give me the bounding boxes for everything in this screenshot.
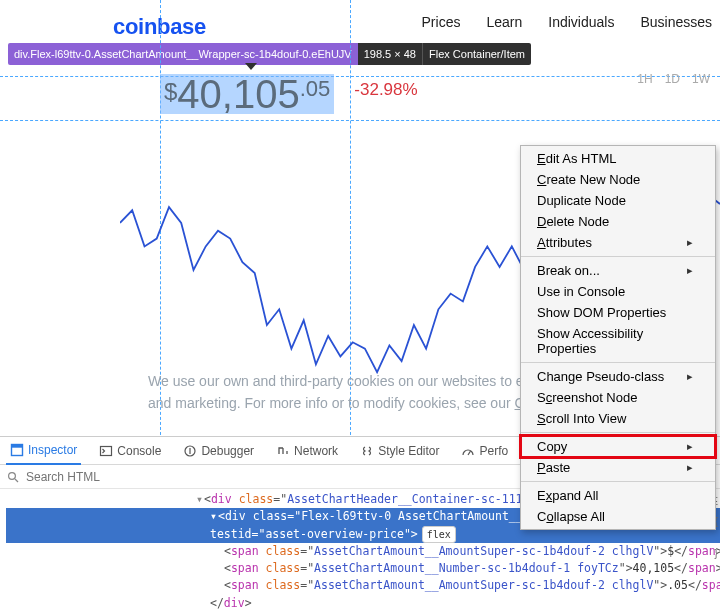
tab-inspector-label: Inspector [28,443,77,457]
highlight-guide-bottom [0,120,720,121]
tab-style-editor[interactable]: Style Editor [356,437,443,465]
svg-rect-4 [190,448,191,454]
console-icon [99,444,113,458]
context-menu-item[interactable]: Show Accessibility Properties [521,323,715,359]
asset-price-row: $ 40,105 . 05 -32.98% [160,74,418,114]
tree-row-close-div[interactable]: </div> [6,595,720,612]
nav-individuals[interactable]: Individuals [548,14,614,30]
context-menu-item[interactable]: Scroll Into View [521,408,715,429]
tab-1d[interactable]: 1D [665,72,680,86]
context-menu-separator [521,362,715,363]
asset-price: $ 40,105 . 05 [160,74,334,114]
nav-businesses[interactable]: Businesses [640,14,712,30]
tab-network[interactable]: Network [272,437,342,465]
search-html-input[interactable] [26,470,226,484]
tooltip-selector: div.Flex-l69ttv-0.AssetChartAmount__Wrap… [8,43,358,65]
context-menu-item[interactable]: Show DOM Properties [521,302,715,323]
tab-performance[interactable]: Perfo [457,437,512,465]
cookie-line2a: and marketing. For more info or to modif… [148,395,515,411]
price-minor: 05 [306,76,330,102]
css-rule-close: } [714,547,718,559]
tab-console[interactable]: Console [95,437,165,465]
price-major: 40,105 [177,74,299,114]
tab-debugger-label: Debugger [201,444,254,458]
nav-prices[interactable]: Prices [422,14,461,30]
tab-style-label: Style Editor [378,444,439,458]
percent-change: -32.98% [354,80,417,100]
context-menu-item-label: Change Pseudo-class [537,369,664,384]
context-menu-separator [521,432,715,433]
context-menu-item-label: Show DOM Properties [537,305,666,320]
context-menu-item[interactable]: Screenshot Node [521,387,715,408]
tree-row-span3[interactable]: <span class="AssetChartAmount__AmountSup… [6,577,720,594]
context-menu-item-label: Scroll Into View [537,411,626,426]
style-icon [360,444,374,458]
context-menu-item[interactable]: Expand All [521,485,715,506]
tab-debugger[interactable]: Debugger [179,437,258,465]
context-menu-item[interactable]: Copy [521,436,715,457]
time-range-tabs: 1H 1D 1W [637,72,710,86]
network-icon [276,444,290,458]
context-menu-item-label: Create New Node [537,172,640,187]
context-menu-item[interactable]: Use in Console [521,281,715,302]
context-menu-item-label: Use in Console [537,284,625,299]
tooltip-role: Flex Container/Item [422,43,531,65]
search-icon [6,470,20,484]
devtools-highlight-tooltip: div.Flex-l69ttv-0.AssetChartAmount__Wrap… [8,43,531,65]
svg-line-5 [468,451,471,455]
cookie-line1: We use our own and third-party cookies o… [148,373,524,389]
tab-console-label: Console [117,444,161,458]
context-menu-item[interactable]: Change Pseudo-class [521,366,715,387]
context-menu: Edit As HTMLCreate New NodeDuplicate Nod… [520,145,716,530]
context-menu-item-label: Collapse All [537,509,605,524]
svg-rect-1 [12,444,23,447]
tab-inspector[interactable]: Inspector [6,437,81,465]
tree-row-span2[interactable]: <span class="AssetChartAmount__Number-sc… [6,560,720,577]
context-menu-separator [521,481,715,482]
context-menu-item[interactable]: Duplicate Node [521,190,715,211]
context-menu-item-label: Paste [537,460,570,475]
context-menu-item-label: Duplicate Node [537,193,626,208]
tree-row-span1[interactable]: <span class="AssetChartAmount__AmountSup… [6,543,720,560]
performance-icon [461,444,475,458]
context-menu-item-label: Edit As HTML [537,151,616,166]
tab-1w[interactable]: 1W [692,72,710,86]
context-menu-item[interactable]: Create New Node [521,169,715,190]
context-menu-item-label: Show Accessibility Properties [537,326,693,356]
tab-1h[interactable]: 1H [637,72,652,86]
context-menu-item-label: Break on... [537,263,600,278]
svg-rect-2 [101,446,112,455]
context-menu-item-label: Screenshot Node [537,390,637,405]
context-menu-item[interactable]: Edit As HTML [521,148,715,169]
site-header: coinbase Prices Learn Individuals Busine… [0,0,720,42]
tooltip-dimensions: 198.5 × 48 [358,43,422,65]
nav-learn[interactable]: Learn [486,14,522,30]
inspector-icon [10,443,24,457]
context-menu-item[interactable]: Break on... [521,260,715,281]
context-menu-item[interactable]: Paste [521,457,715,478]
tab-perf-label: Perfo [479,444,508,458]
price-currency: $ [164,78,177,106]
context-menu-item[interactable]: Collapse All [521,506,715,527]
context-menu-item-label: Attributes [537,235,592,250]
context-menu-item-label: Delete Node [537,214,609,229]
context-menu-item[interactable]: Attributes [521,232,715,253]
svg-line-7 [15,479,18,482]
debugger-icon [183,444,197,458]
tab-network-label: Network [294,444,338,458]
context-menu-separator [521,256,715,257]
context-menu-item-label: Copy [537,439,567,454]
tooltip-arrow-icon [245,63,257,70]
context-menu-item-label: Expand All [537,488,598,503]
top-nav: Prices Learn Individuals Businesses [422,14,720,30]
context-menu-item[interactable]: Delete Node [521,211,715,232]
svg-point-6 [9,472,16,479]
